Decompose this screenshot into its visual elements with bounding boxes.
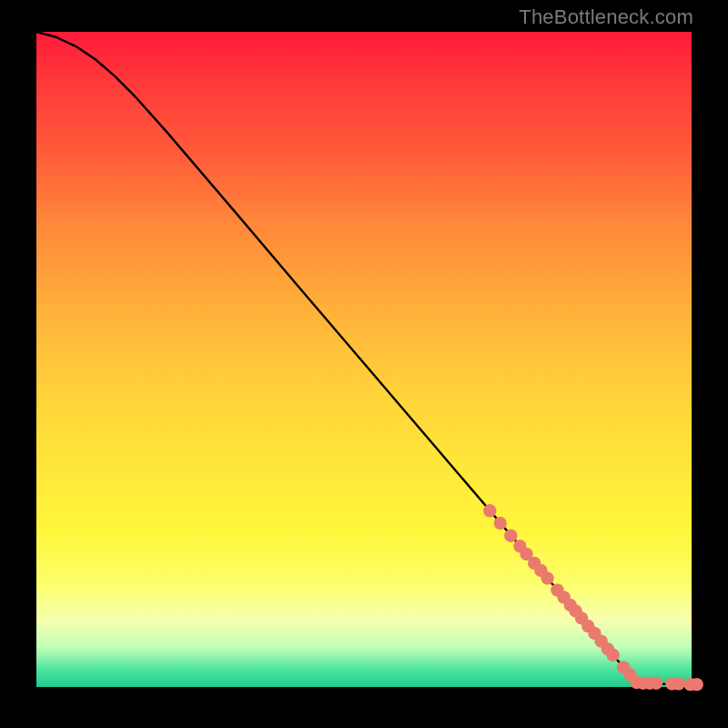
plot-area [36,32,692,687]
marker-dot [650,676,662,689]
curve-markers [483,504,703,691]
marker-dot [494,517,507,530]
chart-frame: TheBottleneck.com [0,0,728,728]
marker-dot [483,504,496,517]
marker-dot [541,571,553,584]
marker-dot [504,529,517,541]
curve-line [36,32,692,685]
marker-dot [691,678,703,691]
marker-dot [672,677,684,690]
chart-svg [36,32,692,687]
attribution-label: TheBottleneck.com [519,5,693,29]
marker-dot [606,649,619,662]
